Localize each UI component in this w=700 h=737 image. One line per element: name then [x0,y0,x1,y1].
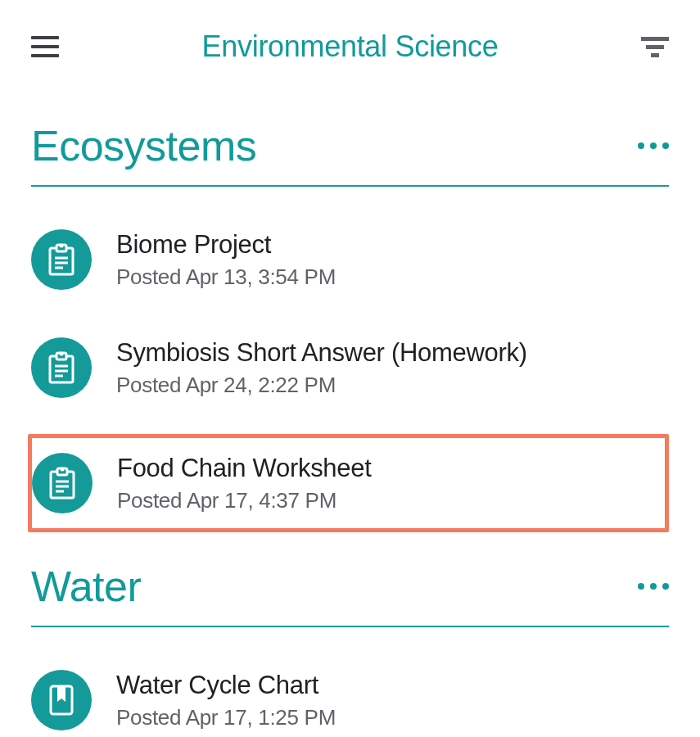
assignment-icon [31,337,92,398]
section-header-water: Water [31,562,669,627]
material-icon [31,670,92,730]
assignment-icon [31,229,92,290]
more-options-icon[interactable] [638,142,669,149]
item-posted: Posted Apr 13, 3:54 PM [116,265,336,290]
menu-icon[interactable] [31,36,59,57]
item-title: Symbiosis Short Answer (Homework) [116,338,527,368]
app-header: Environmental Science [0,0,700,80]
svg-point-8 [60,352,64,356]
more-options-icon[interactable] [638,583,669,590]
page-title: Environmental Science [202,29,499,64]
item-text: Biome Project Posted Apr 13, 3:54 PM [116,230,336,290]
main-content: Ecosystems Biome Project Posted Apr 13, … [0,80,700,737]
svg-point-14 [61,468,65,472]
filter-icon[interactable] [641,37,669,57]
list-item[interactable]: Water Cycle Chart Posted Apr 17, 1:25 PM [31,658,669,737]
item-posted: Posted Apr 17, 4:37 PM [117,488,371,513]
list-item-highlighted[interactable]: Food Chain Worksheet Posted Apr 17, 4:37… [28,434,669,532]
item-title: Food Chain Worksheet [117,454,371,483]
item-title: Water Cycle Chart [116,671,336,700]
list-item[interactable]: Symbiosis Short Answer (Homework) Posted… [31,326,669,409]
section-title[interactable]: Ecosystems [31,121,256,170]
item-posted: Posted Apr 17, 1:25 PM [116,705,336,730]
section-header-ecosystems: Ecosystems [31,121,669,187]
svg-point-2 [60,244,64,248]
item-text: Water Cycle Chart Posted Apr 17, 1:25 PM [116,671,336,730]
item-title: Biome Project [116,230,336,260]
assignment-icon [32,453,93,513]
item-posted: Posted Apr 24, 2:22 PM [116,373,527,398]
section-title[interactable]: Water [31,562,141,611]
item-text: Symbiosis Short Answer (Homework) Posted… [116,338,527,398]
item-text: Food Chain Worksheet Posted Apr 17, 4:37… [117,454,371,513]
list-item[interactable]: Biome Project Posted Apr 13, 3:54 PM [31,218,669,301]
